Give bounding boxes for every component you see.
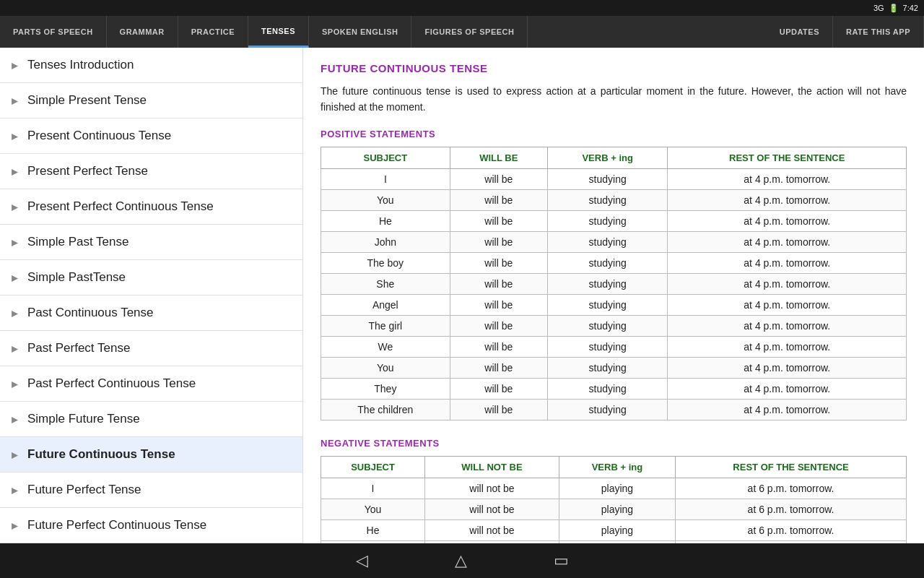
sidebar-arrow-1: ▸ <box>12 94 17 108</box>
table-cell: playing <box>559 478 675 499</box>
table-cell: He <box>321 519 425 540</box>
sidebar-label-3: Present Perfect Tense <box>27 164 148 178</box>
table-header: WILL NOT BE <box>425 456 559 478</box>
main-title: FUTURE CONTINUOUS TENSE <box>321 62 907 74</box>
table-cell: at 4 p.m. tomorrow. <box>668 231 907 252</box>
sidebar-label-0: Tenses Introduction <box>27 58 134 72</box>
positive-title: POSITIVE STATEMENTS <box>321 129 907 139</box>
sidebar-arrow-6: ▸ <box>12 271 17 285</box>
sidebar-label-4: Present Perfect Continuous Tense <box>27 199 214 214</box>
sidebar-arrow-8: ▸ <box>12 342 17 355</box>
table-row: Johnwill bestudyingat 4 p.m. tomorrow. <box>321 231 907 252</box>
table-cell: studying <box>547 273 668 294</box>
table-cell: will be <box>450 336 547 357</box>
table-header: SUBJECT <box>321 456 425 478</box>
sidebar-arrow-9: ▸ <box>12 377 17 391</box>
negative-table: SUBJECTWILL NOT BEVERB + ingREST OF THE … <box>321 456 907 543</box>
nav-item-practice[interactable]: PRACTICE <box>178 16 248 48</box>
sidebar-label-9: Past Perfect Continuous Tense <box>27 376 196 391</box>
table-cell: at 4 p.m. tomorrow. <box>668 315 907 336</box>
table-header: SUBJECT <box>321 147 450 168</box>
sidebar-item-1[interactable]: ▸Simple Present Tense <box>0 83 302 118</box>
nav-item-tenses[interactable]: TENSES <box>248 16 309 48</box>
table-cell: You <box>321 189 450 210</box>
sidebar-item-10[interactable]: ▸Simple Future Tense <box>0 402 302 437</box>
sidebar-label-10: Simple Future Tense <box>27 412 140 426</box>
table-cell: studying <box>547 210 668 231</box>
nav-right-rate-this-app[interactable]: RATE THIS APP <box>833 16 924 48</box>
table-cell: You <box>321 357 450 378</box>
table-cell: at 6 p.m. tomorrow. <box>676 478 907 499</box>
home-button[interactable]: △ <box>455 551 467 570</box>
sidebar-item-11[interactable]: ▸Future Continuous Tense <box>0 437 302 473</box>
table-cell: will not be <box>425 478 559 499</box>
table-cell: He <box>321 210 450 231</box>
table-cell: studying <box>547 357 668 378</box>
sidebar-arrow-4: ▸ <box>12 200 17 214</box>
table-row: Hewill bestudyingat 4 p.m. tomorrow. <box>321 210 907 231</box>
table-row: Shewill bestudyingat 4 p.m. tomorrow. <box>321 273 907 294</box>
table-row: Iwill bestudyingat 4 p.m. tomorrow. <box>321 168 907 189</box>
sidebar-arrow-7: ▸ <box>12 306 17 320</box>
table-cell: Angel <box>321 294 450 315</box>
table-cell: They <box>321 378 450 399</box>
back-button[interactable]: ◁ <box>356 551 368 570</box>
recent-button[interactable]: ▭ <box>554 551 569 570</box>
sidebar-item-7[interactable]: ▸Past Continuous Tense <box>0 296 302 331</box>
sidebar-item-13[interactable]: ▸Future Perfect Continuous Tense <box>0 508 302 543</box>
table-cell: at 6 p.m. tomorrow. <box>676 499 907 519</box>
table-row: Youwill bestudyingat 4 p.m. tomorrow. <box>321 189 907 210</box>
table-row: Youwill not beplayingat 6 p.m. tomorrow. <box>321 499 907 519</box>
sidebar-item-2[interactable]: ▸Present Continuous Tense <box>0 118 302 154</box>
sidebar-item-5[interactable]: ▸Simple Past Tense <box>0 225 302 260</box>
nav-bar: PARTS OF SPEECHGRAMMARPRACTICETENSESSPOK… <box>0 16 924 48</box>
content-area: FUTURE CONTINUOUS TENSE The future conti… <box>303 48 924 543</box>
nav-item-grammar[interactable]: GRAMMAR <box>107 16 178 48</box>
table-header: REST OF THE SENTENCE <box>668 147 907 168</box>
battery-icon: 🔋 <box>889 4 899 13</box>
table-cell: at 4 p.m. tomorrow. <box>668 210 907 231</box>
nav-item-figures-of-speech[interactable]: FIGURES OF SPEECH <box>411 16 528 48</box>
sidebar-label-2: Present Continuous Tense <box>27 129 171 143</box>
table-row: Hewill not beplayingat 6 p.m. tomorrow. <box>321 519 907 540</box>
table-row: Iwill not beplayingat 6 p.m. tomorrow. <box>321 478 907 499</box>
sidebar-item-9[interactable]: ▸Past Perfect Continuous Tense <box>0 366 302 402</box>
sidebar-arrow-0: ▸ <box>12 59 17 72</box>
table-cell: studying <box>547 315 668 336</box>
table-row: The girlwill bestudyingat 4 p.m. tomorro… <box>321 315 907 336</box>
table-row: Angelwill bestudyingat 4 p.m. tomorrow. <box>321 294 907 315</box>
table-cell: will be <box>450 252 547 273</box>
sidebar-item-3[interactable]: ▸Present Perfect Tense <box>0 154 302 189</box>
nav-item-parts-of-speech[interactable]: PARTS OF SPEECH <box>0 16 107 48</box>
nav-item-spoken-english[interactable]: SPOKEN ENGLISH <box>309 16 411 48</box>
sidebar-item-12[interactable]: ▸Future Perfect Tense <box>0 473 302 508</box>
table-cell: studying <box>547 168 668 189</box>
table-header: VERB + ing <box>547 147 668 168</box>
table-cell: at 4 p.m. tomorrow. <box>668 273 907 294</box>
sidebar-label-1: Simple Present Tense <box>27 93 147 108</box>
table-cell: at 4 p.m. tomorrow. <box>668 399 907 420</box>
sidebar-item-0[interactable]: ▸Tenses Introduction <box>0 48 302 83</box>
sidebar-arrow-2: ▸ <box>12 129 17 143</box>
positive-table: SUBJECTWILL BEVERB + ingREST OF THE SENT… <box>321 147 907 420</box>
signal-indicator: 3G <box>873 4 884 12</box>
sidebar-arrow-11: ▸ <box>12 448 17 462</box>
table-cell: will be <box>450 294 547 315</box>
main-container: ▸Tenses Introduction▸Simple Present Tens… <box>0 48 924 543</box>
sidebar-item-6[interactable]: ▸Simple PastTense <box>0 260 302 296</box>
table-cell: studying <box>547 189 668 210</box>
table-cell: will be <box>450 189 547 210</box>
sidebar-item-4[interactable]: ▸Present Perfect Continuous Tense <box>0 189 302 225</box>
table-cell: at 4 p.m. tomorrow. <box>668 252 907 273</box>
table-header: VERB + ing <box>559 456 675 478</box>
nav-right-updates[interactable]: UPDATES <box>767 16 833 48</box>
table-cell: John <box>321 231 450 252</box>
sidebar-arrow-10: ▸ <box>12 413 17 426</box>
table-cell: will not be <box>425 519 559 540</box>
negative-title: NEGATIVE STATEMENTS <box>321 438 907 449</box>
table-cell: studying <box>547 378 668 399</box>
table-cell: will be <box>450 357 547 378</box>
sidebar-item-8[interactable]: ▸Past Perfect Tense <box>0 331 302 366</box>
table-cell: will be <box>450 378 547 399</box>
sidebar: ▸Tenses Introduction▸Simple Present Tens… <box>0 48 303 543</box>
